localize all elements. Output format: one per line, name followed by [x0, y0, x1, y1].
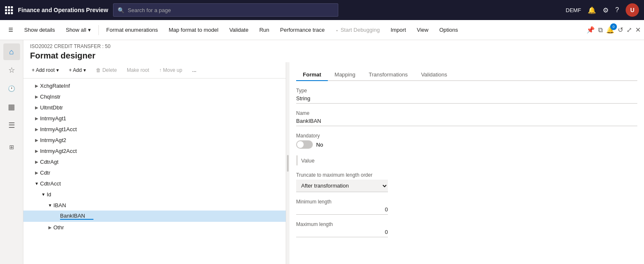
tree-label: IntrmyAgt2Acct	[40, 148, 282, 154]
main-toolbar: ☰ Show details Show all ▾ Format enumera…	[0, 20, 644, 40]
expand-icon[interactable]: ⤢	[626, 26, 632, 34]
validate-button[interactable]: Validate	[224, 23, 254, 38]
tree-edit-container	[60, 213, 282, 220]
min-length-field-group: Minimum length 0	[296, 199, 637, 215]
tree-label: IntrmyAgt2	[40, 137, 282, 143]
notifications-badge-button[interactable]: 🔔 0	[606, 26, 614, 34]
search-bar[interactable]: 🔍 Search for a page	[113, 3, 338, 17]
chevron-right-icon: ▶	[33, 115, 40, 122]
content-area: ISO20022 CREDIT TRANSFER : 50 Format des…	[23, 40, 644, 264]
sidebar-item-modules[interactable]: ☰	[3, 117, 20, 134]
show-details-button[interactable]: Show details	[19, 23, 60, 38]
toolbar-sep-1	[98, 25, 99, 35]
value-divider	[296, 155, 298, 165]
view-button[interactable]: View	[412, 23, 433, 38]
type-value: String	[296, 95, 637, 104]
panel-tabs: Format Mapping Transformations Validatio…	[296, 69, 637, 81]
filter-icon[interactable]: ⊞	[3, 139, 20, 155]
help-icon[interactable]: ?	[615, 6, 619, 14]
search-icon: 🔍	[118, 7, 124, 13]
tab-mapping[interactable]: Mapping	[328, 69, 362, 81]
tree-item-intrmyAgt2[interactable]: ▶ IntrmyAgt2	[23, 135, 286, 145]
bell-icon[interactable]: 🔔	[588, 6, 596, 14]
name-label: Name	[296, 110, 637, 116]
toggle-knob	[297, 141, 304, 148]
name-field-group: Name BankIBAN	[296, 110, 637, 126]
chevron-right-icon: ▶	[33, 147, 40, 154]
gear-icon[interactable]: ⚙	[603, 6, 609, 14]
tree-label: Id	[47, 191, 282, 198]
more-button[interactable]: ...	[189, 66, 200, 75]
tab-validations[interactable]: Validations	[414, 69, 454, 81]
main-layout: ⌂ ☆ 🕐 ▦ ☰ ⊞ ISO20022 CREDIT TRANSFER : 5…	[0, 40, 644, 264]
make-root-button[interactable]: Make root	[123, 66, 152, 75]
tree-label: Othr	[53, 224, 282, 231]
user-label: DEMF	[566, 7, 581, 13]
sidebar-item-favorites[interactable]: ☆	[3, 62, 20, 79]
tree-item-edit-input[interactable]	[60, 213, 93, 220]
tree-item-iban[interactable]: ▼ IBAN	[23, 200, 286, 211]
search-placeholder: Search for a page	[128, 7, 171, 13]
tree-item-chqInstr[interactable]: ▶ ChqInstr	[23, 91, 286, 102]
move-up-button[interactable]: ↑ Move up	[156, 66, 185, 75]
chevron-down-icon: ▼	[40, 191, 47, 198]
tree-content[interactable]: ▶ XchgRateInf ▶ ChqInstr ▶ UltmtDbtr	[23, 79, 286, 264]
show-all-label: Show all	[66, 27, 86, 33]
menu-toggle-button[interactable]: ☰	[3, 23, 18, 38]
performance-trace-button[interactable]: Performance trace	[275, 23, 330, 38]
tree-item-bankIBAN[interactable]	[23, 211, 286, 222]
truncate-dropdown[interactable]: After transformation	[296, 180, 388, 192]
right-panel: Format Mapping Transformations Validatio…	[289, 62, 644, 264]
tree-item-cdtrAgt[interactable]: ▶ CdtrAgt	[23, 156, 286, 167]
pin-icon[interactable]: 📌	[586, 26, 595, 34]
tree-item-xchgRateInf[interactable]: ▶ XchgRateInf	[23, 80, 286, 91]
sidebar-item-workspaces[interactable]: ▦	[3, 99, 20, 115]
tree-item-intrmyAgt1[interactable]: ▶ IntrmyAgt1	[23, 113, 286, 124]
avatar[interactable]: U	[626, 3, 639, 17]
tree-item-othr[interactable]: ▶ Othr	[23, 222, 286, 233]
show-all-button[interactable]: Show all ▾	[61, 23, 96, 38]
split-view-icon[interactable]: ⧉	[598, 26, 603, 34]
options-button[interactable]: Options	[434, 23, 463, 38]
tree-item-intrmyAgt2Acct[interactable]: ▶ IntrmyAgt2Acct	[23, 145, 286, 156]
chevron-right-icon: ▶	[33, 169, 40, 176]
tree-item-ultmtDbtr[interactable]: ▶ UltmtDbtr	[23, 102, 286, 113]
chevron-down-icon: ▼	[47, 202, 53, 208]
tree-item-cdtr[interactable]: ▶ Cdtr	[23, 167, 286, 178]
chevron-right-icon: ▶	[33, 104, 40, 111]
mandatory-value: No	[316, 142, 323, 148]
type-field-group: Type String	[296, 88, 637, 104]
tree-label: CdtrAcct	[40, 180, 282, 187]
chevron-right-icon: ▶	[33, 126, 40, 132]
tree-item-intrmyAgt1Acct[interactable]: ▶ IntrmyAgt1Acct	[23, 124, 286, 135]
start-debugging-label: Start Debugging	[340, 27, 380, 33]
delete-button[interactable]: 🗑 Delete	[93, 66, 120, 75]
truncate-field-group: Truncate to maximum length order After t…	[296, 172, 637, 192]
import-button[interactable]: Import	[385, 23, 411, 38]
format-enumerations-button[interactable]: Format enumerations	[101, 23, 163, 38]
apps-grid-icon[interactable]	[5, 6, 13, 14]
add-button[interactable]: + Add ▾	[65, 66, 89, 75]
refresh-icon[interactable]: ↺	[618, 26, 623, 34]
hamburger-icon: ☰	[8, 27, 13, 33]
add-root-chevron: ▾	[56, 67, 59, 73]
start-debugging-button[interactable]: ⬩ Start Debugging	[330, 23, 385, 38]
run-button[interactable]: Run	[254, 23, 274, 38]
close-icon[interactable]: ✕	[635, 26, 641, 34]
tab-transformations[interactable]: Transformations	[362, 69, 414, 81]
map-format-to-model-button[interactable]: Map format to model	[164, 23, 223, 38]
app-title: Finance and Operations Preview	[18, 7, 108, 13]
add-root-button[interactable]: + Add root ▾	[28, 66, 62, 75]
tree-item-id[interactable]: ▼ Id	[23, 189, 286, 200]
tree-label: ChqInstr	[40, 94, 282, 100]
tree-toolbar: + Add root ▾ + Add ▾ 🗑 Delete Make root …	[23, 62, 286, 79]
sidebar-item-recent[interactable]: 🕐	[3, 80, 20, 97]
mandatory-toggle[interactable]	[296, 140, 313, 149]
tree-item-cdtrAcct[interactable]: ▼ CdtrAcct	[23, 178, 286, 189]
sidebar-item-home[interactable]: ⌂	[3, 43, 20, 60]
chevron-right-icon: ▶	[33, 158, 40, 165]
tree-label: IBAN	[53, 202, 282, 208]
tree-label: CdtrAgt	[40, 159, 282, 165]
resize-handle[interactable]	[286, 62, 289, 264]
tab-format[interactable]: Format	[296, 69, 328, 81]
